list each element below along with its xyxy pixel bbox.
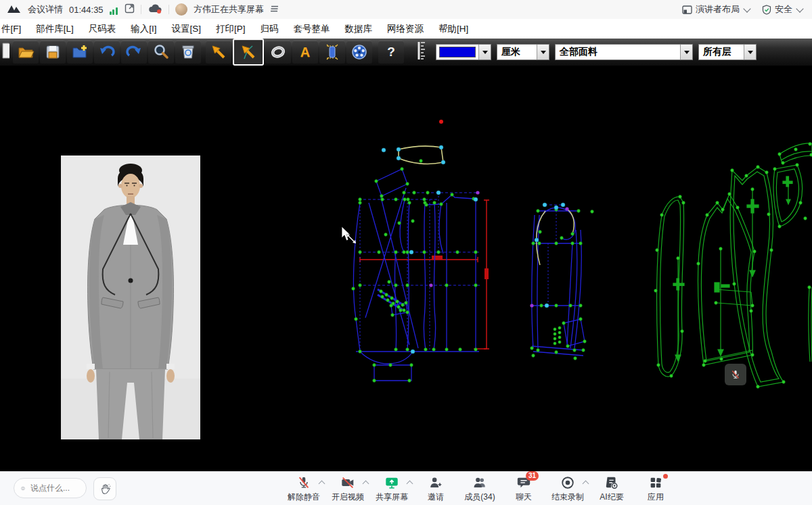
sharer-avatar [175, 3, 187, 16]
share-screen-button[interactable]: 共享屏幕 [376, 475, 408, 503]
zoom-tool-button[interactable] [148, 41, 174, 64]
delete-trash-button[interactable] [175, 41, 201, 64]
menu-item-parts-library[interactable]: 部件库[L] [28, 23, 81, 35]
pattern-drawing [0, 66, 812, 471]
help-button[interactable]: ? [378, 41, 404, 64]
ai-notes-label: AI纪要 [600, 491, 623, 503]
graded-pieces-green [657, 143, 812, 387]
color-dropdown-arrow[interactable] [478, 45, 491, 59]
layers-dropdown[interactable]: 所有层 [698, 44, 757, 60]
menu-item-input[interactable]: 输入[I] [123, 23, 164, 35]
menu-item-settings[interactable]: 设置[S] [164, 23, 209, 35]
color-dropdown[interactable] [436, 44, 491, 60]
invite-button[interactable]: 邀请 [420, 475, 452, 503]
select-tool-button-selected[interactable] [233, 39, 264, 66]
recording-options-chevron[interactable] [583, 480, 589, 487]
unit-dropdown-arrow[interactable] [537, 45, 549, 59]
menu-item-network[interactable]: 网络资源 [380, 23, 431, 35]
meeting-bottom-bar: 解除静音 开启视频 共享屏幕 [0, 471, 812, 505]
color-swatch [439, 47, 476, 57]
cloud-record-icon[interactable] [148, 3, 162, 16]
pattern-tool-button[interactable] [319, 41, 345, 64]
chat-unread-badge: 31 [526, 471, 539, 481]
members-label: 成员(34) [464, 491, 495, 503]
quick-chat-input[interactable] [29, 483, 79, 494]
unit-value: 厘米 [497, 46, 537, 58]
unit-dropdown[interactable]: 厘米 [497, 44, 549, 60]
menu-item-help[interactable]: 帮助[H] [431, 23, 476, 35]
layout-icon [682, 5, 692, 14]
pattern-nodes-purple [429, 191, 568, 307]
share-screen-label: 共享屏幕 [376, 491, 408, 503]
fabric-value: 全部面料 [556, 46, 680, 58]
start-video-label: 开启视频 [332, 491, 364, 503]
menu-item-file[interactable]: 件[F] [0, 23, 28, 35]
fabric-dropdown-arrow[interactable] [680, 45, 692, 59]
security-button[interactable]: 安全 [762, 3, 803, 16]
open-folder-button[interactable] [13, 41, 39, 64]
sharing-menu-icon[interactable] [270, 5, 279, 15]
record-icon [560, 475, 575, 490]
text-tool-label: A [300, 45, 310, 60]
help-label: ? [387, 45, 395, 59]
layers-dropdown-arrow[interactable] [744, 45, 756, 59]
stop-recording-label: 结束录制 [551, 491, 584, 503]
muted-mic-icon [730, 369, 741, 380]
text-tool-button[interactable]: A [292, 41, 318, 64]
smiley-icon [21, 483, 25, 494]
undo-button[interactable] [94, 41, 120, 64]
meeting-controls: 解除静音 开启视频 共享屏幕 [288, 472, 672, 505]
video-options-chevron[interactable] [363, 480, 369, 487]
fabric-dropdown[interactable]: 全部面料 [555, 44, 693, 60]
arrow-tool-button[interactable] [206, 41, 231, 64]
quick-chat-input-pill[interactable] [14, 478, 87, 498]
menu-item-marker[interactable]: 套号整单 [286, 23, 338, 35]
shield-check-icon [762, 5, 771, 15]
cad-canvas[interactable] [0, 66, 812, 471]
share-options-chevron[interactable] [407, 480, 413, 487]
popout-icon[interactable] [125, 3, 135, 16]
apps-notification-dot [663, 474, 668, 479]
cad-toolbar: A ? 厘米 全部面料 所有层 [0, 39, 812, 66]
meeting-details-label: 会议详情 [28, 3, 63, 16]
floating-mute-indicator[interactable] [725, 364, 746, 385]
film-reel-button[interactable] [346, 41, 372, 64]
chat-label: 聊天 [516, 491, 532, 503]
redo-button[interactable] [121, 41, 147, 64]
layout-button[interactable]: 演讲者布局 [682, 3, 750, 16]
partial-page-icon [0, 42, 9, 62]
start-video-button[interactable]: 开启视频 [332, 475, 364, 503]
ai-notes-button[interactable]: AI纪要 [595, 475, 628, 503]
unmute-button[interactable]: 解除静音 [288, 475, 320, 503]
ring-tool-button[interactable] [265, 41, 291, 64]
stop-recording-button[interactable]: 结束录制 [551, 475, 584, 503]
meeting-top-bar: 会议详情 01:44:35 方伟正在共享屏幕 演讲者布局 [0, 0, 812, 20]
ruler-icon [414, 40, 429, 64]
security-label: 安全 [775, 3, 792, 16]
meeting-logo-icon [7, 4, 22, 16]
new-folder-button[interactable] [67, 41, 93, 64]
members-button[interactable]: 成员(34) [464, 475, 496, 503]
raise-hand-icon [99, 483, 111, 495]
layers-value: 所有层 [699, 46, 744, 58]
sleeve-pattern-blue [531, 205, 585, 356]
signal-icon [110, 5, 119, 15]
members-icon [472, 475, 487, 490]
menu-item-size-table[interactable]: 尺码表 [81, 23, 124, 35]
menu-item-grading[interactable]: 归码 [253, 23, 286, 35]
menu-item-database[interactable]: 数据库 [338, 23, 380, 35]
apps-label: 应用 [648, 491, 664, 503]
mic-options-chevron[interactable] [319, 480, 325, 487]
sharing-status-text: 方伟正在共享屏幕 [194, 3, 264, 16]
chat-button[interactable]: 31 聊天 [508, 475, 540, 503]
menu-item-print[interactable]: 打印[P] [208, 23, 253, 35]
raise-hand-button[interactable] [93, 477, 116, 500]
mouse-cursor [342, 226, 356, 243]
meeting-details-button[interactable]: 会议详情 [28, 3, 63, 16]
unmute-label: 解除静音 [288, 491, 320, 503]
meeting-timer: 01:44:35 [69, 5, 104, 15]
share-screen-icon [384, 475, 399, 490]
invite-label: 邀请 [428, 491, 444, 503]
apps-button[interactable]: 应用 [639, 475, 672, 503]
save-button[interactable] [40, 41, 66, 64]
